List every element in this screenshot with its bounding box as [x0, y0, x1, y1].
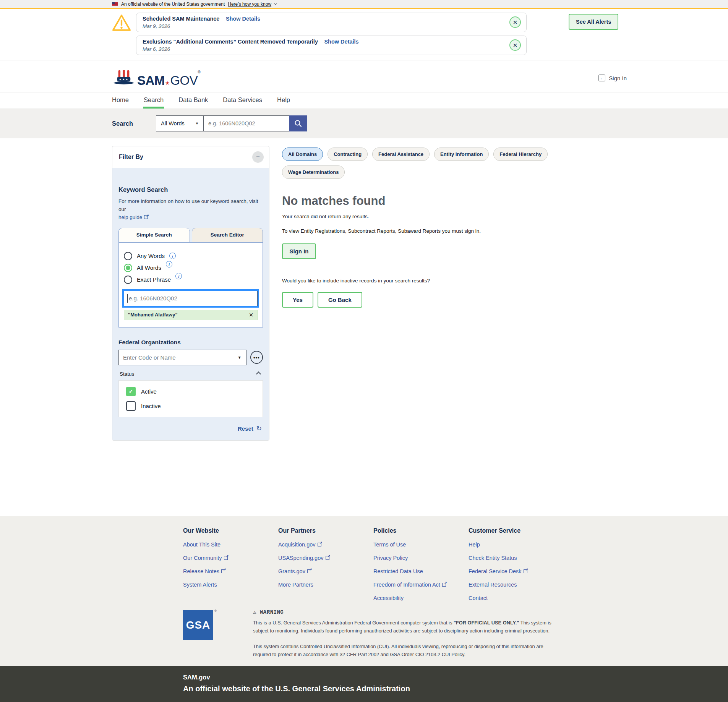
- status-options: ✓ Active Inactive: [118, 380, 263, 417]
- sign-in-link[interactable]: ← Sign In: [598, 75, 627, 81]
- page: An official website of the United States…: [0, 0, 728, 702]
- nav-item-home[interactable]: Home: [112, 93, 129, 109]
- results-area: All Domains Contracting Federal Assistan…: [282, 146, 603, 308]
- how-you-know-link[interactable]: Here’s how you know: [228, 2, 271, 7]
- info-icon[interactable]: i: [175, 273, 182, 279]
- keyword-chip-label: "Mohamed Alatfawy": [128, 312, 178, 318]
- footer-column-our-partners: Our Partners Acquisition.gov USASpending…: [278, 527, 373, 601]
- include-inactive-question: Would you like to include inactive recor…: [282, 278, 603, 284]
- checkbox-inactive[interactable]: [126, 401, 136, 411]
- footer-heading: Customer Service: [469, 527, 564, 534]
- nav-item-data-services[interactable]: Data Services: [223, 93, 262, 109]
- tab-search-editor[interactable]: Search Editor: [192, 228, 263, 242]
- info-icon[interactable]: i: [166, 261, 172, 268]
- close-icon[interactable]: ✕: [509, 16, 521, 28]
- footer-link-terms-of-use[interactable]: Terms of Use: [373, 541, 469, 548]
- alert-title: Scheduled SAM Maintenance: [143, 16, 219, 22]
- collapse-filters-button[interactable]: −: [252, 151, 264, 163]
- footer-link-federal-service-desk[interactable]: Federal Service Desk: [469, 568, 564, 574]
- reset-label: Reset: [238, 425, 253, 432]
- global-search-input[interactable]: [204, 115, 289, 131]
- footer-link-foia[interactable]: Freedom of Information Act: [373, 582, 469, 588]
- sign-in-label: Sign In: [609, 75, 627, 81]
- brand-sam-text: SAM: [137, 74, 165, 87]
- identifier-subtitle: An official website of the U.S. General …: [183, 684, 728, 693]
- alert-title: Exclusions “Additional Comments” Content…: [143, 39, 318, 45]
- alert-list: Scheduled SAM Maintenance Show Details M…: [136, 13, 527, 55]
- footer-link-grants-gov[interactable]: Grants.gov: [278, 568, 373, 574]
- dropdown-arrow-icon[interactable]: ▼: [238, 355, 242, 360]
- see-all-alerts-button[interactable]: See All Alerts: [569, 14, 618, 30]
- footer-link-our-community[interactable]: Our Community: [183, 555, 278, 561]
- sign-in-required-text: To view Entity Registrations, Subcontrac…: [282, 227, 519, 235]
- footer-column-customer-service: Customer Service Help Check Entity Statu…: [469, 527, 564, 601]
- alert-date: Mar 9, 2026: [143, 23, 260, 29]
- footer-heading: Policies: [373, 527, 469, 534]
- footer-link-about-this-site[interactable]: About This Site: [183, 541, 278, 548]
- external-link-icon: [442, 583, 446, 587]
- info-icon[interactable]: i: [169, 253, 176, 259]
- yes-button[interactable]: Yes: [282, 292, 313, 308]
- external-link-icon: [224, 556, 228, 560]
- keyword-info-text: For more information on how to use our k…: [118, 198, 258, 212]
- warning-paragraph-2: This system contains Controlled Unclassi…: [253, 643, 557, 658]
- us-flag-icon: [112, 2, 118, 6]
- domain-pill-all-domains[interactable]: All Domains: [282, 148, 323, 161]
- footer: Our Website About This Site Our Communit…: [0, 516, 728, 601]
- gsa-section: GSA ® ⚠ WARNING This is a U.S. General S…: [0, 601, 728, 666]
- footer-heading: Our Partners: [278, 527, 373, 534]
- chevron-up-icon[interactable]: [256, 371, 261, 376]
- nav-item-data-bank[interactable]: Data Bank: [178, 93, 208, 109]
- footer-link-acquisition-gov[interactable]: Acquisition.gov: [278, 541, 373, 548]
- gsa-logo: GSA ®: [183, 610, 213, 666]
- footer-link-help[interactable]: Help: [469, 541, 564, 548]
- domain-pill-contracting[interactable]: Contracting: [328, 148, 368, 161]
- warning-icon: ⚠: [253, 609, 256, 615]
- radio-exact-phrase[interactable]: [124, 276, 132, 284]
- remove-chip-icon[interactable]: ✕: [249, 312, 253, 318]
- radio-exact-phrase-label: Exact Phrase: [137, 276, 171, 283]
- search-mode-value: All Words: [161, 120, 185, 126]
- domain-pill-federal-hierarchy[interactable]: Federal Hierarchy: [493, 148, 548, 161]
- footer-link-system-alerts[interactable]: System Alerts: [183, 582, 278, 588]
- nav-item-help[interactable]: Help: [277, 93, 290, 109]
- nav-item-search[interactable]: Search: [144, 93, 164, 109]
- domain-pill-entity-information[interactable]: Entity Information: [434, 148, 489, 161]
- show-details-link[interactable]: Show Details: [226, 16, 260, 22]
- warning-title: WARNING: [260, 609, 284, 615]
- search-label: Search: [112, 120, 156, 127]
- sam-gov-logo[interactable]: ★ ★ ★ SAM ★ GOV ®: [112, 69, 201, 87]
- footer-link-external-resources[interactable]: External Resources: [469, 582, 564, 588]
- footer-link-privacy-policy[interactable]: Privacy Policy: [373, 555, 469, 561]
- keyword-tabs: Simple Search Search Editor: [118, 228, 263, 242]
- dropdown-arrow-icon: ▼: [195, 122, 199, 125]
- close-icon[interactable]: ✕: [509, 39, 521, 51]
- go-back-button[interactable]: Go Back: [318, 292, 362, 308]
- federal-organizations-section: Federal Organizations ▼ ••• Status: [118, 339, 263, 433]
- registered-mark: ®: [198, 70, 200, 74]
- radio-any-words[interactable]: [124, 252, 132, 260]
- keyword-input[interactable]: [124, 291, 258, 306]
- footer-link-restricted-data-use[interactable]: Restricted Data Use: [373, 568, 469, 574]
- alert-card-exclusions: Exclusions “Additional Comments” Content…: [136, 36, 527, 55]
- footer-link-more-partners[interactable]: More Partners: [278, 582, 373, 588]
- footer-link-contact[interactable]: Contact: [469, 595, 564, 601]
- reset-filters-button[interactable]: Reset ↻: [118, 425, 262, 433]
- checkbox-active[interactable]: ✓: [126, 387, 136, 396]
- federal-org-combobox[interactable]: [118, 350, 246, 365]
- more-options-button[interactable]: •••: [250, 351, 263, 364]
- footer-column-our-website: Our Website About This Site Our Communit…: [183, 527, 278, 601]
- footer-link-accessibility[interactable]: Accessibility: [373, 595, 469, 601]
- footer-link-usaspending-gov[interactable]: USASpending.gov: [278, 555, 373, 561]
- footer-link-check-entity-status[interactable]: Check Entity Status: [469, 555, 564, 561]
- search-submit-button[interactable]: [289, 115, 307, 131]
- sign-in-button[interactable]: Sign In: [282, 243, 316, 259]
- search-mode-select[interactable]: All Words ▼: [156, 115, 204, 131]
- domain-pill-wage-determinations[interactable]: Wage Determinations: [282, 165, 345, 179]
- domain-pill-federal-assistance[interactable]: Federal Assistance: [372, 148, 430, 161]
- tab-simple-search[interactable]: Simple Search: [118, 228, 190, 242]
- radio-all-words[interactable]: [124, 264, 132, 272]
- footer-link-release-notes[interactable]: Release Notes: [183, 568, 278, 574]
- help-guide-link[interactable]: help guide: [118, 214, 148, 220]
- show-details-link[interactable]: Show Details: [324, 39, 358, 45]
